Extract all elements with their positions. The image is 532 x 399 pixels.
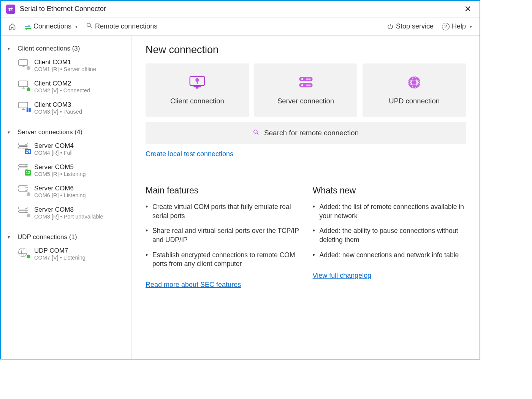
feature-item: Create virtual COM ports that fully emul… (146, 203, 299, 220)
server-icon: 12 (18, 164, 30, 174)
group-label: UDP connections (1) (17, 233, 77, 241)
feature-item: Share real and virtual serial ports over… (146, 226, 299, 244)
svg-point-9 (301, 78, 303, 80)
card-label: UPD connection (389, 97, 440, 105)
whats-new-section: Whats new Added: the list of remote conn… (313, 185, 466, 289)
item-status: COM3 [V] • Paused (34, 109, 82, 115)
item-status: COM4 [R] • Full (34, 150, 74, 156)
new-server-connection-card[interactable]: Server connection (254, 63, 358, 117)
sidebar-item-server[interactable]: 24Server COM4COM4 [R] • Full (8, 138, 128, 160)
connections-label: Connections (33, 22, 71, 30)
item-name: Client COM3 (34, 101, 82, 109)
stop-service-label: Stop service (396, 22, 434, 30)
item-name: Server COM6 (34, 185, 86, 192)
sidebar-item-server[interactable]: 12Server COM5COM5 [R] • Listening (8, 160, 128, 181)
sidebar-item-client[interactable]: Client COM2COM2 [V] • Connected (8, 76, 128, 97)
item-name: Client COM2 (34, 80, 90, 87)
search-icon (253, 129, 260, 138)
item-status: COM3 [R] • Port unavailable (34, 214, 103, 220)
svg-rect-12 (306, 85, 311, 86)
search-remote-label: Search for remote connection (264, 129, 359, 137)
search-remote-button[interactable]: Search for remote connection (146, 122, 466, 144)
server-icon (18, 185, 30, 195)
sidebar-item-client[interactable]: ▮▮Client COM3COM3 [V] • Paused (8, 97, 128, 119)
item-name: Server COM5 (34, 163, 86, 171)
card-label: Client connection (170, 97, 224, 105)
group-label: Client connections (3) (17, 45, 80, 52)
search-icon (86, 22, 93, 31)
close-button[interactable]: ✕ (461, 3, 474, 15)
window-title: Serial to Ethernet Connector (20, 5, 106, 13)
new-client-connection-card[interactable]: Client connection (146, 63, 249, 117)
create-local-test-link[interactable]: Create local test connections (146, 150, 233, 158)
sidebar-item-server[interactable]: Server COM8COM3 [R] • Port unavailable (8, 202, 128, 223)
svg-rect-1 (19, 60, 28, 65)
server-icon: 24 (18, 143, 30, 153)
sidebar-item-client[interactable]: Client COM1COM1 [R] • Server offline (8, 55, 128, 76)
group-header-udp[interactable]: ▾UDP connections (1) (8, 230, 128, 243)
svg-point-0 (87, 23, 90, 27)
chevron-down-icon: ▾ (75, 24, 78, 29)
home-button[interactable] (6, 21, 18, 32)
svg-rect-5 (193, 86, 201, 87)
item-name: Server COM4 (34, 142, 74, 150)
client-card-icon (188, 75, 206, 92)
features-title: Main features (146, 185, 299, 196)
connections-menu[interactable]: Connections ▾ (22, 21, 80, 32)
group-header-client[interactable]: ▾Client connections (3) (8, 41, 128, 55)
udp-card-icon (405, 75, 423, 92)
chevron-down-icon: ▾ (8, 46, 14, 51)
item-name: UDP COM7 (34, 247, 86, 255)
item-name: Client COM1 (34, 59, 96, 66)
client-icon (18, 59, 30, 69)
swap-icon (24, 24, 31, 29)
svg-point-10 (301, 84, 303, 86)
main-panel: New connection Client connectionServer c… (132, 36, 480, 359)
chevron-down-icon: ▾ (470, 24, 472, 29)
toolbar: Connections ▾ Remote connections Stop se… (1, 17, 480, 36)
titlebar: ⇄ Serial to Ethernet Connector ✕ (1, 1, 480, 17)
remote-connections-label: Remote connections (95, 22, 157, 30)
svg-rect-11 (306, 79, 311, 80)
read-more-link[interactable]: Read more about SEC features (146, 281, 241, 289)
svg-point-16 (254, 130, 257, 133)
whatsnew-item: Added: the ability to pause connections … (313, 226, 466, 244)
client-icon: ▮▮ (18, 102, 30, 112)
item-status: COM2 [V] • Connected (34, 87, 90, 93)
item-status: COM6 [R] • Listening (34, 192, 86, 198)
sidebar: ▾Client connections (3)Client COM1COM1 [… (1, 36, 132, 359)
stop-service-button[interactable]: Stop service (385, 21, 436, 32)
whatsnew-item: Added: the list of remote connections av… (313, 203, 466, 220)
group-header-server[interactable]: ▾Server connections (4) (8, 125, 128, 138)
main-features-section: Main features Create virtual COM ports t… (146, 185, 299, 289)
new-udp-connection-card[interactable]: UPD connection (363, 63, 466, 117)
item-status: COM7 [V] • Listening (34, 255, 86, 261)
svg-point-6 (195, 78, 199, 82)
help-menu[interactable]: ? Help ▾ (440, 21, 474, 32)
item-status: COM5 [R] • Listening (34, 171, 86, 177)
item-name: Server COM8 (34, 206, 103, 214)
whatsnew-title: Whats new (313, 185, 466, 196)
sidebar-item-server[interactable]: Server COM6COM6 [R] • Listening (8, 181, 128, 202)
sidebar-item-udp[interactable]: UDP COM7COM7 [V] • Listening (8, 243, 128, 264)
server-icon (18, 207, 30, 217)
help-icon: ? (442, 23, 450, 30)
app-icon: ⇄ (6, 5, 15, 14)
udp-icon (18, 248, 30, 258)
page-title: New connection (146, 44, 466, 56)
help-label: Help (452, 22, 466, 30)
whatsnew-item: Added: new connections and network info … (313, 251, 466, 260)
card-label: Server connection (277, 97, 334, 105)
client-icon (18, 81, 30, 90)
remote-connections-button[interactable]: Remote connections (84, 21, 160, 32)
chevron-down-icon: ▾ (8, 234, 14, 240)
server-card-icon (297, 75, 315, 92)
item-status: COM1 [R] • Server offline (34, 66, 96, 72)
svg-rect-2 (19, 81, 28, 87)
chevron-down-icon: ▾ (8, 130, 14, 135)
group-label: Server connections (4) (17, 128, 82, 136)
changelog-link[interactable]: View full changelog (313, 272, 372, 280)
feature-item: Establish encrypted connections to remot… (146, 251, 299, 269)
